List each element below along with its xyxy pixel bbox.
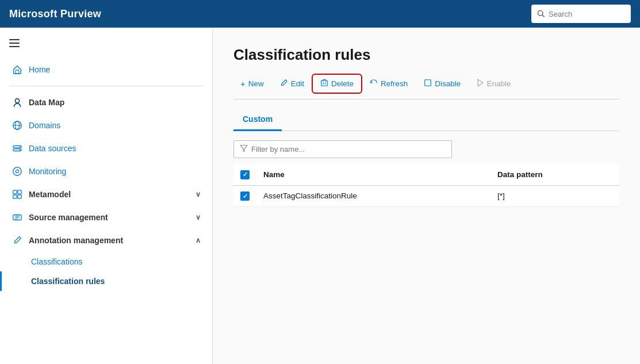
chevron-down-icon: ∨ [196, 190, 201, 198]
svg-rect-2 [9, 39, 20, 40]
svg-rect-5 [16, 70, 18, 74]
svg-rect-4 [9, 46, 20, 47]
svg-line-1 [542, 15, 544, 17]
refresh-button[interactable]: Refresh [363, 75, 415, 92]
chevron-down-icon-2: ∨ [196, 213, 201, 221]
disable-icon [424, 79, 432, 89]
delete-icon [320, 79, 328, 89]
filter-row [233, 140, 619, 158]
filter-input[interactable] [251, 145, 446, 154]
table-header-name: Name [256, 164, 490, 185]
sidebar-item-classification-rules[interactable]: Classification rules [0, 271, 212, 291]
data-sources-icon [12, 143, 23, 154]
svg-rect-19 [18, 195, 21, 198]
sidebar-item-monitoring[interactable]: Monitoring [0, 160, 212, 183]
table-header-data-pattern: Data pattern [490, 164, 619, 185]
sidebar-item-classifications[interactable]: Classifications [0, 252, 212, 271]
sidebar-item-home[interactable]: Home [0, 58, 212, 81]
new-button[interactable]: + New [233, 75, 271, 92]
svg-rect-27 [425, 80, 431, 86]
search-input[interactable] [549, 10, 625, 18]
sidebar-item-metamodel[interactable]: Metamodel ∨ [0, 183, 212, 206]
domains-icon [12, 120, 23, 131]
disable-button[interactable]: Disable [417, 75, 467, 92]
row-checkbox-cell [233, 185, 256, 207]
sidebar-item-classifications-label: Classifications [31, 257, 82, 266]
data-table: Name Data pattern AssetTagClassification… [233, 164, 619, 207]
sidebar-divider-1 [9, 86, 203, 86]
svg-point-14 [13, 167, 21, 175]
svg-rect-18 [13, 195, 17, 198]
svg-point-15 [16, 170, 18, 173]
svg-rect-16 [13, 190, 17, 194]
topbar: Microsoft Purview [0, 0, 640, 28]
home-icon [12, 64, 23, 75]
sidebar-item-classification-rules-label: Classification rules [31, 277, 105, 286]
table-header-row: Name Data pattern [233, 164, 619, 185]
filter-icon [240, 144, 248, 154]
select-all-checkbox[interactable] [240, 170, 250, 179]
refresh-icon [370, 79, 378, 89]
sidebar-item-data-map-label: Data Map [29, 98, 201, 107]
sidebar-item-data-sources-label: Data sources [29, 144, 201, 153]
content-area: Classification rules + New Edit [213, 28, 640, 364]
annotation-management-icon [12, 235, 23, 246]
svg-rect-17 [18, 190, 21, 194]
sidebar-item-domains-label: Domains [29, 121, 201, 130]
enable-icon [477, 79, 484, 89]
main-layout: Home Data Map Domains [0, 28, 640, 364]
sidebar-item-home-label: Home [29, 65, 201, 74]
data-map-icon [12, 97, 23, 108]
sidebar: Home Data Map Domains [0, 28, 213, 364]
source-management-icon [12, 212, 23, 223]
hamburger-button[interactable] [0, 35, 212, 58]
svg-rect-24 [321, 81, 328, 86]
table-row: AssetTagClassificationRule [*] [233, 185, 619, 207]
tab-custom[interactable]: Custom [233, 109, 282, 131]
search-box[interactable] [531, 5, 631, 23]
row-checkbox[interactable] [240, 191, 250, 201]
svg-rect-3 [9, 43, 20, 44]
tabs: Custom [233, 109, 619, 131]
svg-point-12 [20, 146, 21, 147]
sidebar-item-monitoring-label: Monitoring [29, 167, 201, 176]
page-title: Classification rules [233, 46, 619, 64]
sidebar-item-metamodel-label: Metamodel [29, 190, 190, 199]
svg-marker-29 [240, 145, 247, 152]
edit-button[interactable]: Edit [273, 75, 311, 92]
enable-button[interactable]: Enable [470, 75, 518, 92]
sidebar-item-data-sources[interactable]: Data sources [0, 137, 212, 160]
monitoring-icon [12, 166, 23, 177]
table-header-checkbox [233, 164, 256, 185]
row-name: AssetTagClassificationRule [256, 185, 490, 207]
app-title: Microsoft Purview [9, 8, 101, 20]
sidebar-item-domains[interactable]: Domains [0, 114, 212, 137]
sidebar-item-data-map[interactable]: Data Map [0, 91, 212, 114]
filter-input-wrap[interactable] [233, 140, 452, 158]
row-data-pattern: [*] [490, 185, 619, 207]
svg-point-6 [15, 99, 19, 103]
svg-marker-28 [478, 79, 483, 86]
svg-point-13 [20, 150, 21, 151]
edit-icon [280, 79, 288, 89]
metamodel-icon [12, 189, 23, 200]
sidebar-item-annotation-management[interactable]: Annotation management ∧ [0, 229, 212, 252]
sidebar-item-annotation-management-label: Annotation management [29, 236, 190, 245]
delete-button[interactable]: Delete [313, 75, 361, 92]
sidebar-item-source-management[interactable]: Source management ∨ [0, 206, 212, 229]
sidebar-item-source-management-label: Source management [29, 213, 190, 222]
plus-icon: + [240, 79, 246, 89]
toolbar: + New Edit [233, 75, 619, 99]
chevron-up-icon: ∧ [196, 236, 201, 244]
search-icon [537, 10, 545, 18]
